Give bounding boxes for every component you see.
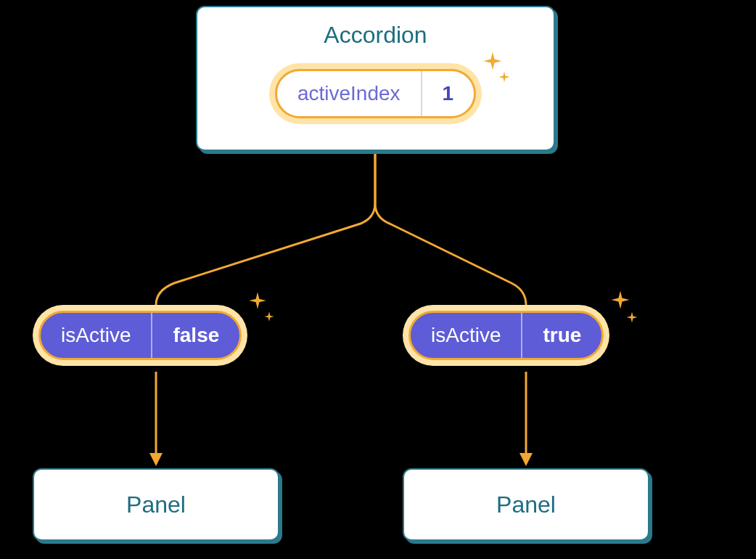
prop-value: true xyxy=(521,313,601,358)
diagram-container: Accordion activeIndex 1 isActive false xyxy=(0,0,756,559)
prop-value: false xyxy=(151,313,239,358)
prop-label: isActive xyxy=(41,313,151,358)
svg-marker-1 xyxy=(149,453,163,466)
state-label: activeIndex xyxy=(277,71,422,116)
prop-label: isActive xyxy=(411,313,521,358)
sparkle-icon xyxy=(263,311,275,325)
sparkle-icon xyxy=(625,311,638,327)
state-value: 1 xyxy=(422,71,474,116)
svg-marker-3 xyxy=(519,453,533,466)
panel-label: Panel xyxy=(496,491,556,518)
isactive-pill-left: isActive false xyxy=(33,305,247,366)
panel-node-left: Panel xyxy=(33,468,279,541)
sparkle-icon xyxy=(609,289,631,314)
accordion-node: Accordion activeIndex 1 xyxy=(196,6,555,151)
panel-node-right: Panel xyxy=(403,468,649,541)
sparkle-icon xyxy=(498,70,511,86)
isactive-pill-right: isActive true xyxy=(403,305,609,366)
panel-label: Panel xyxy=(126,491,186,518)
accordion-title: Accordion xyxy=(324,22,427,49)
active-index-pill: activeIndex 1 xyxy=(269,63,482,124)
